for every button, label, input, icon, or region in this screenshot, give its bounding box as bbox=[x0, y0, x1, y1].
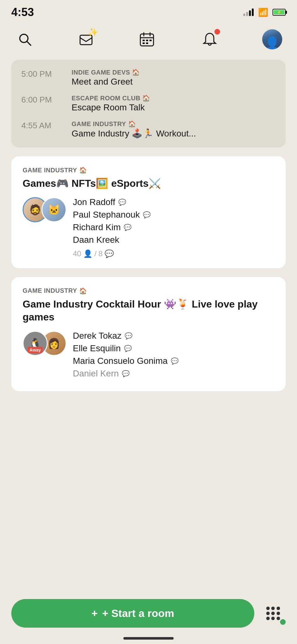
svg-rect-10 bbox=[143, 42, 145, 44]
listener-count-value: 40 bbox=[73, 249, 81, 258]
svg-line-1 bbox=[27, 42, 31, 45]
notifications-button[interactable] bbox=[199, 28, 221, 50]
speaking-icon: 💬 bbox=[118, 198, 126, 206]
wifi-icon: 📶 bbox=[258, 8, 268, 17]
active-indicator bbox=[280, 619, 286, 625]
room-content: 🐧 Away 👩 Derek Tokaz 💬 Elle Esquilin 💬 M… bbox=[23, 331, 274, 381]
away-badge: Away bbox=[28, 347, 43, 353]
speaker-name: Daan Kreek bbox=[73, 235, 119, 245]
speaking-icon: 💬 bbox=[143, 211, 151, 219]
room-title: Games🎮 NFTs🖼️ eSports⚔️ bbox=[23, 177, 274, 190]
schedule-time: 4:55 AM bbox=[21, 120, 72, 130]
start-room-plus-icon: + bbox=[91, 607, 98, 619]
person-icon: 👤 bbox=[83, 249, 93, 258]
room-card-1[interactable]: GAME INDUSTRY 🏠 Games🎮 NFTs🖼️ eSports⚔️ … bbox=[11, 156, 286, 268]
schedule-card: 5:00 PM INDIE GAME DEVS 🏠 Meet and Greet… bbox=[11, 60, 286, 147]
speaker-row: Daan Kreek bbox=[73, 235, 274, 245]
speakers-avatars: 🧔 🐱 bbox=[23, 197, 67, 222]
speaker-row: Derek Tokaz 💬 bbox=[73, 331, 274, 341]
speaker-row: Elle Esquilin 💬 bbox=[73, 343, 274, 353]
start-room-button[interactable]: + + Start a room bbox=[11, 599, 254, 628]
speaker-name: Richard Kim bbox=[73, 222, 121, 232]
svg-rect-8 bbox=[146, 40, 148, 41]
status-bar: 4:53 📶 ⚡ bbox=[0, 0, 297, 22]
compose-button[interactable]: ✨ bbox=[77, 30, 95, 49]
battery-icon: ⚡ bbox=[273, 9, 286, 16]
schedule-time: 6:00 PM bbox=[21, 94, 72, 105]
schedule-title: Game Industry 🕹️🏃 Workout... bbox=[72, 128, 196, 139]
clubhouse-icon: 🏠 bbox=[79, 287, 87, 295]
schedule-title: Escape Room Talk bbox=[72, 103, 150, 113]
speaking-icon: 💬 bbox=[124, 345, 132, 352]
speaking-icon: 💬 bbox=[122, 370, 130, 377]
profile-button[interactable]: 👤 bbox=[261, 28, 283, 50]
schedule-club: GAME INDUSTRY 🏠 bbox=[72, 120, 196, 128]
grid-menu-button[interactable] bbox=[261, 601, 286, 626]
avatar: 🐱 bbox=[41, 197, 67, 222]
schedule-content: GAME INDUSTRY 🏠 Game Industry 🕹️🏃 Workou… bbox=[72, 120, 196, 139]
clubhouse-icon: 🏠 bbox=[132, 69, 140, 76]
clubhouse-icon: 🏠 bbox=[142, 94, 150, 102]
speaker-row: Maria Consuelo Gonima 💬 bbox=[73, 356, 274, 366]
speaker-row: Richard Kim 💬 bbox=[73, 222, 274, 232]
room-title: Game Industry Cocktail Hour 👾🍹 Live love… bbox=[23, 298, 274, 324]
speaker-name: Elle Esquilin bbox=[73, 343, 121, 353]
top-nav: ✨ 👤 bbox=[0, 22, 297, 57]
schedule-content: ESCAPE ROOM CLUB 🏠 Escape Room Talk bbox=[72, 94, 150, 113]
status-icons: 📶 ⚡ bbox=[243, 8, 286, 17]
status-time: 4:53 bbox=[11, 6, 34, 19]
speaker-name: Paul Stephanouk bbox=[73, 210, 140, 220]
grid-icon bbox=[266, 607, 280, 620]
calendar-button[interactable] bbox=[136, 28, 158, 50]
speaking-icon: 💬 bbox=[171, 357, 179, 365]
schedule-item[interactable]: 4:55 AM GAME INDUSTRY 🏠 Game Industry 🕹️… bbox=[21, 120, 276, 139]
svg-rect-11 bbox=[146, 42, 148, 44]
speaker-name: Jon Radoff bbox=[73, 197, 115, 207]
speaker-row: Daniel Kern 💬 bbox=[73, 369, 274, 379]
speaker-name: Daniel Kern bbox=[73, 369, 119, 379]
home-indicator bbox=[123, 637, 174, 640]
chat-icon: 💬 bbox=[105, 249, 114, 258]
start-room-label: + Start a room bbox=[102, 607, 174, 619]
compose-star-icon: ✨ bbox=[88, 27, 98, 37]
signal-icon bbox=[243, 8, 254, 16]
listener-count: 40 👤 / 8 💬 bbox=[73, 249, 114, 258]
clubhouse-icon: 🏠 bbox=[79, 166, 87, 174]
speakers-avatars: 🐧 Away 👩 bbox=[23, 331, 67, 356]
avatar: 🐧 Away bbox=[23, 331, 48, 356]
schedule-item[interactable]: 6:00 PM ESCAPE ROOM CLUB 🏠 Escape Room T… bbox=[21, 94, 276, 113]
room-club-label: GAME INDUSTRY 🏠 bbox=[23, 287, 274, 295]
bottom-bar: + + Start a room bbox=[0, 594, 297, 644]
room-stats: 40 👤 / 8 💬 bbox=[73, 249, 274, 258]
speaker-row: Jon Radoff 💬 bbox=[73, 197, 274, 207]
clubhouse-icon: 🏠 bbox=[128, 120, 136, 128]
room-club-label: GAME INDUSTRY 🏠 bbox=[23, 166, 274, 174]
svg-rect-9 bbox=[149, 40, 152, 41]
schedule-title: Meet and Greet bbox=[72, 77, 140, 87]
avatar: 👤 bbox=[262, 29, 282, 49]
speaker-name: Maria Consuelo Gonima bbox=[73, 356, 168, 366]
room-card-2[interactable]: GAME INDUSTRY 🏠 Game Industry Cocktail H… bbox=[11, 277, 286, 391]
speaking-icon: 💬 bbox=[124, 224, 132, 231]
speaker-row: Paul Stephanouk 💬 bbox=[73, 210, 274, 220]
schedule-item[interactable]: 5:00 PM INDIE GAME DEVS 🏠 Meet and Greet bbox=[21, 69, 276, 87]
search-button[interactable] bbox=[14, 28, 36, 50]
speaking-icon: 💬 bbox=[125, 332, 132, 340]
svg-rect-7 bbox=[143, 40, 145, 41]
schedule-club: INDIE GAME DEVS 🏠 bbox=[72, 69, 140, 76]
speakers-list: Derek Tokaz 💬 Elle Esquilin 💬 Maria Cons… bbox=[73, 331, 274, 381]
room-content: 🧔 🐱 Jon Radoff 💬 Paul Stephanouk 💬 Richa… bbox=[23, 197, 274, 258]
speaker-name: Derek Tokaz bbox=[73, 331, 122, 341]
schedule-time: 5:00 PM bbox=[21, 69, 72, 79]
notification-badge bbox=[214, 29, 220, 35]
schedule-club: ESCAPE ROOM CLUB 🏠 bbox=[72, 94, 150, 102]
speaking-count-value: 8 bbox=[98, 249, 102, 258]
schedule-content: INDIE GAME DEVS 🏠 Meet and Greet bbox=[72, 69, 140, 87]
speakers-list: Jon Radoff 💬 Paul Stephanouk 💬 Richard K… bbox=[73, 197, 274, 258]
